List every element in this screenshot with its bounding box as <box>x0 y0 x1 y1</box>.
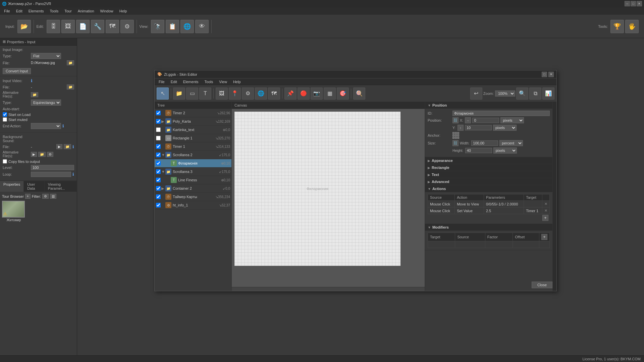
y-unit-select[interactable]: pixels <box>493 125 517 131</box>
skin-editor-close-button[interactable]: ✕ <box>548 72 554 77</box>
se-menu-elements[interactable]: Elements <box>180 79 201 84</box>
se-tool-action[interactable]: ⚙ <box>242 87 254 100</box>
se-tool-chart[interactable]: 📊 <box>542 87 554 100</box>
se-tool-hotspot[interactable]: 📍 <box>229 87 241 100</box>
loop-input[interactable] <box>31 172 71 177</box>
se-tool-nav[interactable]: 🗺 <box>268 87 280 100</box>
tree-item-visibility-linefiness[interactable] <box>156 178 161 182</box>
tools-tool-1[interactable]: 🏆 <box>610 20 624 33</box>
tree-item-timer1[interactable]: ⏱ Timer 1 ↘314,133 <box>155 142 231 151</box>
se-tool-undo[interactable]: ↩ <box>470 87 482 100</box>
tree-item-visibility-htinfo1[interactable] <box>156 203 161 207</box>
bg-browse-button[interactable]: 📁 <box>64 144 71 149</box>
view-tool-1[interactable]: 🔭 <box>151 20 164 33</box>
tree-item-visibility-timer1[interactable] <box>156 144 161 149</box>
anchor-mc[interactable] <box>455 134 457 136</box>
menu-help[interactable]: Help <box>117 8 130 14</box>
canvas-scrollbar-horizontal[interactable] <box>232 287 425 291</box>
edit-tool-3[interactable]: 📄 <box>76 20 90 33</box>
se-tool-search[interactable]: 🔍 <box>516 87 528 100</box>
view-tool-2[interactable]: 📋 <box>166 20 179 33</box>
y-input[interactable] <box>465 125 492 130</box>
menu-tools[interactable]: Tools <box>47 8 61 14</box>
bg-play-button[interactable]: ▶ <box>56 144 62 149</box>
browse-video-button[interactable]: 📁 <box>67 84 74 89</box>
se-menu-file[interactable]: File <box>156 79 167 84</box>
se-tool-rectangle[interactable]: ▭ <box>186 87 198 100</box>
tree-item-htinfo1[interactable]: ⚙ ht_info_1 ↘52,37 <box>155 201 231 209</box>
tree-item-visibility-taimerkart[interactable] <box>156 194 161 199</box>
action-row-2[interactable]: Mouse Click Set Value 2.5 Timer 1 ✕ <box>428 207 550 214</box>
edit-tool-4[interactable]: 🔧 <box>91 20 104 33</box>
x-input[interactable] <box>472 118 499 123</box>
se-menu-edit[interactable]: Edit <box>168 79 180 84</box>
actions-add-button[interactable]: + <box>542 215 548 221</box>
anchor-mr[interactable] <box>457 134 459 136</box>
se-tool-marker[interactable]: 🔴 <box>298 87 310 100</box>
browse-alt-button[interactable]: 📁 <box>31 92 38 97</box>
anchor-br[interactable] <box>457 137 459 139</box>
tab-properties[interactable]: Properties <box>0 181 24 192</box>
se-tool-layers[interactable]: ⧉ <box>529 87 541 100</box>
anchor-tc[interactable] <box>455 132 457 134</box>
tree-item-taimerkart[interactable]: ⏱ Таймер Карты ↘356,234 <box>155 193 231 201</box>
menu-window[interactable]: Window <box>98 8 116 14</box>
width-input[interactable] <box>471 140 498 146</box>
actions-section-header[interactable]: ▼ Actions <box>425 185 552 192</box>
end-action-select[interactable] <box>31 123 61 129</box>
maximize-button[interactable]: □ <box>631 1 636 6</box>
menu-file[interactable]: File <box>1 8 13 14</box>
menu-edit[interactable]: Edit <box>13 8 25 14</box>
anchor-tl[interactable] <box>452 132 454 134</box>
height-input[interactable] <box>465 148 492 153</box>
input-tool-1[interactable]: 📂 <box>17 20 31 33</box>
type-select[interactable]: Flat <box>31 53 61 59</box>
anchor-grid[interactable] <box>452 132 459 139</box>
right-side-scrollbar[interactable] <box>552 102 556 291</box>
position-section-header[interactable]: ▼ Position <box>425 102 552 109</box>
close-button[interactable]: ✕ <box>637 1 642 6</box>
tools-tool-2[interactable]: 🖐 <box>625 20 639 33</box>
se-tool-select[interactable]: ↖ <box>157 87 169 100</box>
tree-item-polykarta[interactable]: ▶ 📁 Poly_Karta ↘192,169 <box>155 117 231 126</box>
tree-item-container2[interactable]: ▶ 📁 Container 2 ↙0,0 <box>155 184 231 193</box>
skin-editor-close-btn[interactable]: Close <box>532 282 552 288</box>
edit-tool-6[interactable]: ⚙ <box>120 20 134 33</box>
copy-files-checkbox[interactable] <box>3 159 7 164</box>
canvas-area[interactable]: Филармония <box>232 109 425 287</box>
anchor-bc[interactable] <box>455 137 457 139</box>
start-muted-checkbox[interactable] <box>3 117 7 122</box>
view-tool-3[interactable]: 🌐 <box>180 20 194 33</box>
se-menu-view[interactable]: View <box>216 79 230 84</box>
tab-viewing-params[interactable]: Viewing Paramet... <box>45 181 77 192</box>
action-1-del[interactable]: ✕ <box>542 201 550 207</box>
se-menu-tools[interactable]: Tools <box>202 79 216 84</box>
tree-item-rect1[interactable]: ▭ Rectangle 1 ↘325,270 <box>155 134 231 142</box>
tree-item-visibility-rect1[interactable] <box>156 136 161 140</box>
tour-add-button[interactable]: + <box>25 194 31 199</box>
filter-settings-button[interactable]: ⚙ <box>42 194 49 199</box>
tree-item-visibility-kartinka[interactable] <box>156 127 161 132</box>
action-row-1[interactable]: Mouse Click Move to View 0/0/55/-1/3 / 2… <box>428 201 550 207</box>
tree-item-visibility-filarmoniya[interactable] <box>156 161 161 166</box>
height-unit-select[interactable]: pixels <box>493 147 517 154</box>
skin-editor-maximize-button[interactable]: □ <box>542 72 547 77</box>
id-input[interactable] <box>452 111 550 116</box>
zoom-select[interactable]: 100% <box>495 90 515 97</box>
tree-item-scrollarea3[interactable]: ▼ 📁 Scrollarea 3 ↙175,0 <box>155 168 231 176</box>
tree-item-visibility-timer2[interactable] <box>156 111 161 115</box>
minimize-button[interactable]: ─ <box>625 1 630 6</box>
se-tool-grid[interactable]: ▦ <box>324 87 336 100</box>
edit-tool-5[interactable]: 🗺 <box>106 20 119 33</box>
tree-item-timer2[interactable]: ⏱ Timer 2 ↘262,96 <box>155 109 231 117</box>
tree-item-visibility-container2[interactable] <box>156 186 161 191</box>
se-tool-folder[interactable]: 📁 <box>173 87 185 100</box>
tree-item-visibility-polykarta[interactable] <box>156 119 161 124</box>
se-tool-lollipop[interactable]: 🍭 <box>353 87 365 100</box>
appearance-section-header[interactable]: ▶ Appearance <box>425 157 552 164</box>
start-on-load-checkbox[interactable] <box>3 112 7 117</box>
width-unit-select[interactable]: percent <box>499 140 523 146</box>
edit-tool-1[interactable]: 🎛 <box>47 20 60 33</box>
action-2-del[interactable]: ✕ <box>542 207 550 214</box>
view-tool-4[interactable]: 👁 <box>195 20 209 33</box>
